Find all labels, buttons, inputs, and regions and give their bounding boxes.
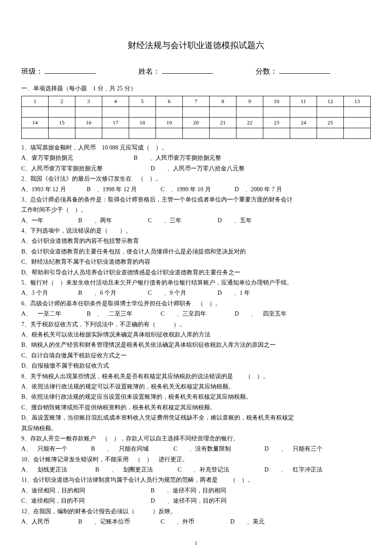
grid-blank[interactable] — [129, 128, 156, 138]
q11-stem: 11、会计职业道德与会计法律制度均属于会计人员行为规范的范畴，两者是 （ ）。 — [21, 475, 371, 485]
grid-blank[interactable] — [183, 128, 210, 138]
grid-cell: 23 — [263, 117, 290, 128]
q3-opt-a: A、一年 — [21, 216, 77, 225]
q12-options: A、人民币 B 、记账本位币 C 、外币 D 、美元 — [21, 517, 371, 526]
q11-opt-c: C、途径相同，目的不同 — [21, 496, 149, 506]
grid-cell: 25 — [317, 117, 344, 128]
grid-cell: 1 — [22, 96, 49, 106]
q6-opt-a: A、 一至二年 — [21, 309, 85, 319]
q5-opt-b: B 、6 个月 — [78, 288, 147, 298]
q6-stem: 6、高级会计师的基本任职条件是取得博士学位并担任会计师职务 （ ）。 — [21, 299, 371, 308]
q8-opt-d-line2: 其应纳税额。 — [21, 424, 371, 433]
grid-cell: 2 — [49, 96, 75, 106]
grid-blank[interactable] — [102, 106, 129, 117]
q10-opt-c: C 、补充登记法 — [178, 465, 263, 474]
exam-header: 班级： 姓名： 分数： — [21, 65, 371, 78]
grid-cell: 4 — [102, 96, 129, 106]
grid-blank[interactable] — [344, 128, 371, 138]
name-blank[interactable] — [162, 65, 213, 74]
q5-options: A、3 个月 B 、6 个月 C 、9 个月 D 、1 年 — [21, 288, 371, 298]
q5-opt-d: D 、1 年 — [218, 288, 251, 298]
grid-blank[interactable] — [183, 106, 210, 117]
q11-opt-d: D 、途径不同，目的不同 — [151, 496, 227, 506]
q8-opt-a: A、依照法律行政法规的规定可以不设置账簿的，税务机关无权核定其应纳税额。 — [21, 382, 371, 391]
table-row: 14 15 16 17 18 19 20 21 22 23 24 25 — [22, 117, 371, 128]
q4-opt-a: A、会计职业道德教育的内容不包括警示教育 — [21, 236, 371, 246]
grid-cell — [344, 117, 371, 128]
q2-options: A、1993 年 12 月 B 、1998 年 12 月 C 、1999 年 1… — [21, 185, 371, 194]
grid-blank[interactable] — [290, 128, 317, 138]
grid-blank[interactable] — [317, 128, 344, 138]
answer-grid-1: 1 2 3 4 5 6 7 8 9 10 11 12 13 14 15 16 1… — [21, 96, 371, 139]
q1-options-row1: A、壹万零捌拾捌元 B 、人民币壹万零捌拾捌元整 — [21, 153, 371, 163]
q11-opt-b: B 、途径不同，目的相同 — [151, 486, 226, 495]
grid-blank[interactable] — [236, 106, 263, 117]
grid-cell: 21 — [210, 117, 236, 128]
grid-blank[interactable] — [129, 106, 156, 117]
grid-blank[interactable] — [263, 128, 290, 138]
section1-heading: 一、单项选择题（每小题 1 分，共 25 分） — [21, 84, 371, 93]
grid-blank[interactable] — [75, 128, 102, 138]
q8-opt-c: C、擅自销毁账簿或拒不提供纳税资料的，税务机关有权核定其应纳税额。 — [21, 403, 371, 412]
q3-stem-line1: 3、总会计师必须具备的条件是：取得会计师资格后，主管一个单位或者单位内一个重要方… — [21, 195, 371, 204]
grid-blank[interactable] — [156, 106, 183, 117]
grid-blank[interactable] — [236, 128, 263, 138]
q12-opt-d: D 、美元 — [231, 517, 265, 526]
grid-blank[interactable] — [22, 106, 49, 117]
grid-blank[interactable] — [317, 106, 344, 117]
grid-blank[interactable] — [290, 106, 317, 117]
q9-opt-d: D 、 只能有三个 — [265, 444, 323, 454]
q6-options: A、 一至二年 B 、 二至三年 C 、三至四年 D 、 四至五年 — [21, 309, 371, 319]
grid-blank[interactable] — [102, 128, 129, 138]
class-blank[interactable] — [45, 65, 96, 74]
grid-cell: 17 — [102, 117, 129, 128]
grid-cell: 24 — [290, 117, 317, 128]
q3-opt-c: C 、三年 — [148, 216, 216, 225]
grid-cell: 10 — [263, 96, 290, 106]
q11-options-row2: C、途径相同，目的不同 D 、途径不同，目的不同 — [21, 496, 371, 506]
grid-cell: 6 — [156, 96, 183, 106]
q9-opt-b: B 、 只能在同城 — [91, 444, 172, 454]
grid-blank[interactable] — [210, 106, 236, 117]
grid-blank[interactable] — [344, 106, 371, 117]
grid-blank[interactable] — [156, 128, 183, 138]
q8-stem: 8、关于纳税人出现某些情况，税务机关是否有权核定其应纳税款的说法错误的是 （ ）… — [21, 372, 371, 381]
q3-options: A、一年 B 、两年 C 、三年 D 、五年 — [21, 216, 371, 225]
page-title: 财经法规与会计职业道德模拟试题六 — [21, 38, 371, 52]
grid-blank[interactable] — [22, 128, 49, 138]
page-number: 1 — [21, 539, 371, 547]
q2-opt-a: A、1993 年 12 月 — [21, 185, 85, 194]
q7-opt-b: B、纳税人的生产经营和财务管理情况是税务机关依法确定具体组织征收税款入库方法的原… — [21, 340, 371, 350]
q11-opt-a: A、途径相同，目的相同 — [21, 486, 149, 495]
q12-stem: 12、在我国，编制的财务会计报告必须以（ ）反映。 — [21, 507, 371, 516]
q6-opt-b: B 、 二至三年 — [87, 309, 159, 319]
q4-opt-d: D、帮助和引导会计人员培养会计职业道德情感是会计职业道德教育的主要任务之一 — [21, 268, 371, 277]
score-label: 分数： — [256, 66, 277, 77]
grid-blank[interactable] — [210, 128, 236, 138]
q7-opt-c: C、自计自填自缴属于税款征收方式之一 — [21, 351, 371, 360]
q1-opt-a: A、壹万零捌拾捌元 — [21, 153, 132, 163]
grid-blank[interactable] — [49, 106, 75, 117]
grid-blank[interactable] — [263, 106, 290, 117]
table-row: 1 2 3 4 5 6 7 8 9 10 11 12 13 — [22, 96, 371, 106]
grid-blank[interactable] — [49, 128, 75, 138]
grid-cell: 22 — [236, 117, 263, 128]
q8-opt-b: B、依照法律行政法规的规定应当设置但未设置账簿的，税务机关有权核定其应纳税额。 — [21, 392, 371, 402]
class-label: 班级： — [21, 66, 43, 77]
grid-blank[interactable] — [75, 106, 102, 117]
q8-opt-d-line1: D、虽设置账簿，当但账目混乱或成本资料收入凭证费用凭证残缺不全，难以查账的，税务… — [21, 413, 371, 423]
grid-cell: 18 — [129, 117, 156, 128]
q4-opt-c: C、财经法纪教育不属于会计职业道德教育的内容 — [21, 257, 371, 267]
score-blank[interactable] — [279, 65, 330, 74]
q1-opt-b: B 、人民币壹万零捌拾捌元整 — [134, 153, 221, 163]
grid-cell: 9 — [236, 96, 263, 106]
q5-stem: 5、银行对（ ）未发生收付活动且未欠开户银行债务的单位银行结算账户，应通知单位办… — [21, 278, 371, 288]
q4-stem: 4、下列选项中，说法错误的是（ ）。 — [21, 226, 371, 236]
q12-opt-a: A、人民币 — [21, 517, 77, 526]
grid-cell: 12 — [317, 96, 344, 106]
q6-opt-d: D 、 四至五年 — [235, 309, 287, 319]
table-row — [22, 106, 371, 117]
q10-opt-d: D 、 红字冲正法 — [265, 465, 323, 474]
grid-cell: 7 — [183, 96, 210, 106]
q7-stem: 7、关于税款征收方式，下列说法中，不正确的有（ ）。 — [21, 320, 371, 329]
